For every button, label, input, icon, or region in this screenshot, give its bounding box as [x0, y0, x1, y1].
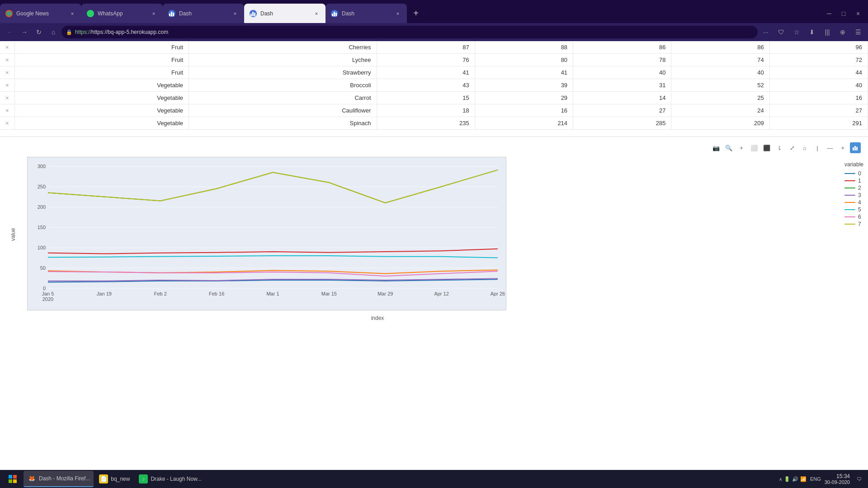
- home-button[interactable]: ⌂: [47, 26, 60, 38]
- row-name: Broccoli: [189, 79, 377, 92]
- tab-dash2-close[interactable]: ×: [313, 10, 320, 17]
- row-delete[interactable]: ×: [0, 92, 14, 104]
- zoom-tool[interactable]: 🔍: [723, 142, 734, 153]
- pocket-button[interactable]: 🛡: [775, 26, 788, 38]
- row-delete[interactable]: ×: [0, 79, 14, 92]
- start-button[interactable]: [4, 471, 22, 487]
- svg-rect-3: [250, 14, 252, 16]
- bar-chart-tool[interactable]: [850, 142, 861, 153]
- spike-both-tool[interactable]: +: [837, 142, 848, 153]
- back-button[interactable]: ←: [4, 26, 16, 38]
- tab-googlenews[interactable]: Google News ×: [0, 4, 81, 23]
- row-col4: 209: [671, 117, 769, 130]
- camera-tool[interactable]: 📷: [711, 142, 722, 153]
- row-col1: 76: [377, 54, 475, 66]
- row-delete[interactable]: ×: [0, 41, 14, 54]
- legend-item-6[interactable]: 6: [844, 214, 863, 220]
- tab-whatsapp-close[interactable]: ×: [150, 10, 157, 17]
- library-button[interactable]: |||: [821, 26, 834, 38]
- divider: [0, 130, 868, 137]
- googlenews-icon: [5, 10, 13, 17]
- legend-item-3[interactable]: 3: [844, 192, 863, 198]
- box-deselect-tool[interactable]: ⬛: [761, 142, 772, 153]
- taskbar-item-firefox[interactable]: 🦊 Dash - Mozilla Firef...: [24, 471, 94, 487]
- row-name: Carrot: [189, 92, 377, 104]
- table-row: × Vegetable Broccoli 43 39 31 52 40: [0, 79, 868, 92]
- legend-item-2[interactable]: 2: [844, 185, 863, 191]
- url-bar[interactable]: 🔒 https://https://bq-app-5.herokuapp.com: [61, 26, 758, 38]
- plus-tool[interactable]: +: [736, 142, 747, 153]
- row-delete[interactable]: ×: [0, 54, 14, 66]
- tab-dash1-close[interactable]: ×: [231, 10, 239, 17]
- legend-title: variable: [844, 161, 863, 168]
- close-button[interactable]: ×: [852, 7, 864, 20]
- legend-item-5[interactable]: 5: [844, 206, 863, 213]
- svg-text:Mar 1: Mar 1: [266, 291, 279, 296]
- row-delete[interactable]: ×: [0, 66, 14, 79]
- date-display: 30-09-2020: [825, 479, 850, 485]
- overflow-menu-button[interactable]: ···: [760, 26, 772, 38]
- whatsapp-icon: [87, 10, 94, 17]
- svg-text:Apr 26: Apr 26: [491, 291, 505, 296]
- row-col2: 39: [475, 79, 573, 92]
- taskbar-item-bqnew[interactable]: 📄 bq_new: [95, 471, 133, 487]
- row-col5: 16: [769, 92, 868, 104]
- hamburger-button[interactable]: ☰: [852, 26, 864, 38]
- svg-rect-8: [335, 13, 337, 16]
- legend-item-1[interactable]: 1: [844, 178, 863, 184]
- tab-dash3-title: Dash: [342, 10, 391, 17]
- spike-h-tool[interactable]: —: [825, 142, 835, 153]
- tab-dash2[interactable]: Dash ×: [244, 4, 326, 23]
- tab-dash1[interactable]: Dash ×: [163, 4, 244, 23]
- svg-rect-39: [13, 479, 17, 483]
- legend-item-0[interactable]: 0: [844, 170, 863, 177]
- row-col2: 214: [475, 117, 573, 130]
- row-col3: 40: [573, 66, 671, 79]
- taskbar-item-spotify[interactable]: ♪ Drake - Laugh Now...: [135, 471, 205, 487]
- lasso-tool[interactable]: ⤹: [774, 142, 785, 153]
- url-domain: https://bq-app-5.herokuapp.com: [91, 29, 168, 35]
- row-category: Vegetable: [14, 92, 189, 104]
- page-content: × Fruit Cherries 87 88 86 86 96 × Fruit …: [0, 41, 868, 470]
- restore-button[interactable]: □: [837, 7, 850, 20]
- dash2-icon: [250, 10, 257, 17]
- svg-text:Feb 16: Feb 16: [209, 291, 224, 296]
- legend-item-7[interactable]: 7: [844, 221, 863, 227]
- tab-googlenews-close[interactable]: ×: [69, 10, 76, 17]
- browser-window: Google News × WhatsApp × Dash × Dash ×: [0, 0, 868, 470]
- tab-whatsapp[interactable]: WhatsApp ×: [81, 4, 163, 23]
- row-col4: 40: [671, 66, 769, 79]
- tab-dash3-close[interactable]: ×: [394, 10, 401, 17]
- box-select-tool[interactable]: ⬜: [749, 142, 760, 153]
- row-name: Lychee: [189, 54, 377, 66]
- svg-text:2020: 2020: [42, 296, 53, 302]
- reload-button[interactable]: ↻: [33, 26, 45, 38]
- tray-arrow[interactable]: ∧: [779, 477, 782, 482]
- bookmark-button[interactable]: ☆: [790, 26, 803, 38]
- tab-dash3[interactable]: Dash ×: [326, 4, 407, 23]
- row-delete[interactable]: ×: [0, 117, 14, 130]
- pan-tool[interactable]: ⤢: [787, 142, 797, 153]
- lang-display[interactable]: ENG: [810, 476, 821, 482]
- bqnew-icon: 📄: [99, 474, 108, 483]
- sync-button[interactable]: ⊕: [836, 26, 849, 38]
- notification-button[interactable]: 🗨: [854, 474, 864, 484]
- row-col4: 25: [671, 92, 769, 104]
- series-line-5: [48, 256, 498, 258]
- row-col3: 31: [573, 79, 671, 92]
- spike-v-tool[interactable]: |: [812, 142, 823, 153]
- series-line-1: [48, 249, 498, 254]
- forward-button[interactable]: →: [18, 26, 31, 38]
- row-delete[interactable]: ×: [0, 104, 14, 117]
- nav-right: ··· 🛡 ☆ ⬇ ||| ⊕ ☰: [760, 26, 864, 38]
- legend-item-4[interactable]: 4: [844, 199, 863, 206]
- row-category: Fruit: [14, 41, 189, 54]
- download-button[interactable]: ⬇: [806, 26, 818, 38]
- row-col3: 14: [573, 92, 671, 104]
- new-tab-button[interactable]: +: [407, 4, 425, 23]
- taskbar-right: ∧ 🔋 🔊 📶 ENG 15:34 30-09-2020 🗨: [779, 473, 864, 485]
- home-tool[interactable]: ⌂: [799, 142, 810, 153]
- minimize-button[interactable]: ─: [823, 7, 835, 20]
- clock: 15:34 30-09-2020: [825, 473, 850, 485]
- svg-text:50: 50: [40, 265, 46, 271]
